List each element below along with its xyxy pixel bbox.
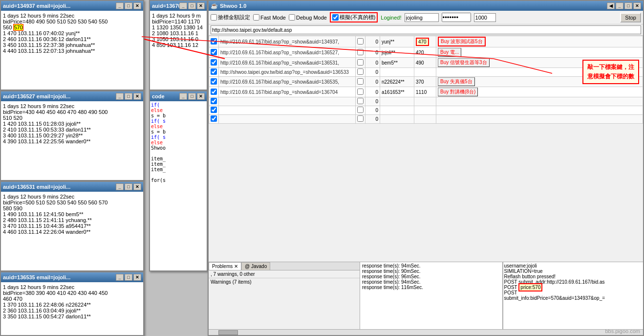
table-row: http://210.69.61.167/bid.asp?op_=show&au… xyxy=(209,47,643,58)
log-line1: response time(s): 94mSec. xyxy=(362,263,500,269)
titlebar-136531: auid=136531 email=jojoli... _ □ ✕ xyxy=(1,182,143,192)
buy-button-5[interactable]: Buy 失真儀5台 xyxy=(438,77,475,86)
row-user-6: a161653** xyxy=(380,87,414,97)
close-136704s[interactable]: ✕ xyxy=(197,2,205,9)
min-136531[interactable]: _ xyxy=(116,183,124,190)
log-line3: response time(s): 96mSec. xyxy=(362,274,500,279)
l3-136531: 580 590 xyxy=(3,205,141,211)
min-136527[interactable]: _ xyxy=(116,93,124,100)
row-buy-8 xyxy=(436,106,643,115)
minimize-134937[interactable]: _ xyxy=(116,2,124,9)
buy-button-1[interactable]: Buy 波形測試器5台 xyxy=(438,37,486,46)
close-136531[interactable]: ✕ xyxy=(133,183,141,190)
username-input[interactable] xyxy=(405,13,439,22)
row-check2-5[interactable] xyxy=(357,78,364,85)
row-check-9[interactable] xyxy=(211,115,217,122)
buy-button-6[interactable]: Buy 對講機(8台) xyxy=(438,88,478,96)
l5-136704s: 3 1050 103.11.16 0 xyxy=(152,36,205,42)
tab-javado[interactable]: @ Javado xyxy=(241,262,270,270)
max-code[interactable]: □ xyxy=(188,93,196,100)
shwoo-arrow-left[interactable]: ◀ xyxy=(607,2,615,9)
checkbox-debug[interactable] xyxy=(289,14,295,21)
row-check2-3[interactable] xyxy=(357,59,364,66)
min-136704s[interactable]: _ xyxy=(179,2,187,9)
row-check2-9[interactable] xyxy=(357,115,364,122)
l1-136527: 1 days 12 hours 9 mins 22sec xyxy=(3,103,141,109)
table-row: http://210.69.61.167/bid.asp?op_=show&au… xyxy=(209,77,643,87)
shwoo-title: Shwoo 1.0 xyxy=(218,3,607,9)
min-code[interactable]: _ xyxy=(179,93,187,100)
logined-status: Logined! xyxy=(381,15,401,21)
l1-136531: 1 days 12 hours 9 mins 22sec xyxy=(3,194,141,200)
post-line5: POST price:570 xyxy=(504,285,643,290)
row-check2-4[interactable] xyxy=(357,68,364,75)
row-check-6[interactable] xyxy=(211,89,217,95)
shwoo-titlebar: ☕ Shwoo 1.0 ◀ _ □ ✕ xyxy=(209,1,643,11)
close-code[interactable]: ✕ xyxy=(197,93,205,100)
row-check-4[interactable] xyxy=(211,68,217,75)
row-user-4 xyxy=(380,68,414,77)
buy-button-2[interactable]: Buy 電... xyxy=(438,48,461,57)
row-check2-8[interactable] xyxy=(357,107,364,113)
close-136527[interactable]: ✕ xyxy=(133,93,141,100)
number-input[interactable] xyxy=(474,13,496,22)
checkbox-price[interactable] xyxy=(211,14,217,21)
content-134937: 1 days 12 hours 9 mins 22sec bidPrice=48… xyxy=(1,11,143,90)
checkbox-simulate[interactable] xyxy=(332,14,339,21)
row-user-2: jojoli** xyxy=(380,47,414,58)
shwoo-controls: ◀ _ □ ✕ xyxy=(607,2,641,9)
code-line9: Shwoo xyxy=(151,145,206,151)
title-134937: auid=134937 email=jojoli... xyxy=(3,3,116,9)
min-136535[interactable]: _ xyxy=(116,274,124,281)
row-check-5[interactable] xyxy=(211,78,217,85)
row-check-2[interactable] xyxy=(211,49,217,55)
checkbox-fast[interactable] xyxy=(253,14,259,21)
stop-button[interactable]: Stop xyxy=(620,13,641,22)
row-check-7[interactable] xyxy=(211,98,217,104)
max-136527[interactable]: □ xyxy=(125,93,132,100)
row-url-5: http://210.69.61.167/bid.asp?op_=show&au… xyxy=(219,77,356,87)
row-num-4: 0 xyxy=(365,68,380,77)
max-136531[interactable]: □ xyxy=(125,183,132,190)
row-check2-2[interactable] xyxy=(357,49,364,55)
row-check2-7[interactable] xyxy=(357,98,364,104)
row-buy-9 xyxy=(436,115,643,124)
row-check-3[interactable] xyxy=(211,59,217,66)
row-check2-1[interactable] xyxy=(357,38,364,45)
maximize-134937[interactable]: □ xyxy=(125,2,132,9)
row-check-1[interactable] xyxy=(211,38,217,45)
l2-136531: bidPrice=500 510 520 530 540 550 560 570 xyxy=(3,200,141,205)
l3-136527: 510 520 xyxy=(3,115,141,121)
bottom-panels: Problems ✕ @ Javado , 7 warnings, 0 othe… xyxy=(209,262,643,335)
buy-button-3[interactable]: Buy 信號發生器等3台 xyxy=(438,58,490,67)
l1-136704s: 1 days 12 hours 9 m xyxy=(152,13,205,19)
shwoo-maximize[interactable]: □ xyxy=(624,2,632,9)
tab-problems[interactable]: Problems ✕ xyxy=(209,262,241,270)
row-num-6: 0 xyxy=(365,87,380,97)
watermark: bbs.pigoo.com xyxy=(605,328,640,334)
table-row: http://shwoo.taipei.gov.tw/bid.asp?op_=s… xyxy=(209,68,643,77)
tab-info: , 7 warnings, 0 other xyxy=(209,270,360,278)
title-136527: auid=136527 email=jojoli... xyxy=(3,93,116,99)
row-check-8[interactable] xyxy=(211,107,217,113)
password-input[interactable] xyxy=(442,13,471,22)
l5-136527: 2 410 103.11.15 00:53:33 darlon11** xyxy=(3,127,141,133)
row-url-7 xyxy=(219,97,356,106)
close-134937[interactable]: ✕ xyxy=(133,2,141,9)
row-user-5: n226224** xyxy=(380,77,414,87)
row-check2-6[interactable] xyxy=(357,89,364,95)
l4-136531: 1 490 103.11.16 12:41:50 bem5** xyxy=(3,211,141,217)
price-highlight-post: price:570 xyxy=(518,283,542,291)
url-bar xyxy=(209,24,643,36)
row-num-8: 0 xyxy=(365,106,380,115)
close-136535[interactable]: ✕ xyxy=(133,274,141,281)
row-url-6: http://210.69.61.167/bid.asp?op_=show&au… xyxy=(219,87,356,97)
warnings-panel: Warnings (7 items) xyxy=(209,278,360,335)
row-buy-6: Buy 對講機(8台) xyxy=(436,87,643,97)
row-user-9 xyxy=(380,115,414,124)
max-136535[interactable]: □ xyxy=(125,274,132,281)
max-136704s[interactable]: □ xyxy=(188,2,196,9)
url-input[interactable] xyxy=(211,25,641,34)
shwoo-close[interactable]: ✕ xyxy=(633,2,641,9)
shwoo-minimize[interactable]: _ xyxy=(616,2,623,9)
